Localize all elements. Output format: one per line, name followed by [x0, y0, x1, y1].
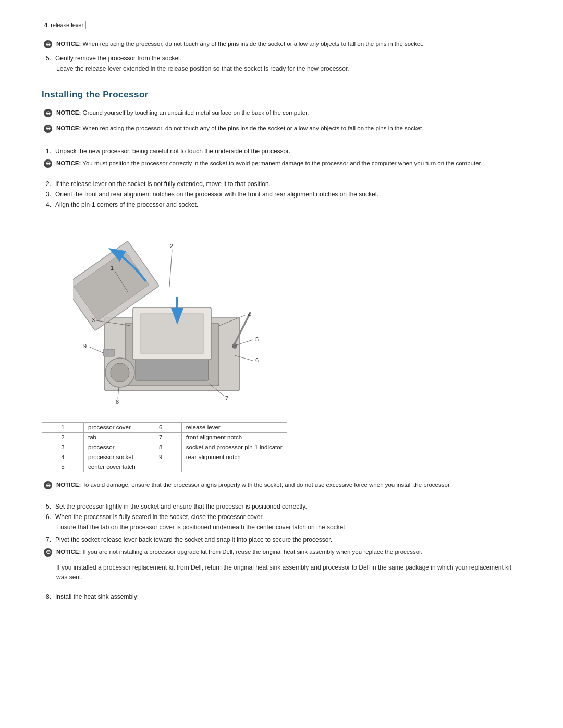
part-label-right: rear alignment notch [181, 452, 287, 462]
notice-label-1: NOTICE: [56, 41, 81, 47]
step-3-item: 3. Orient the front and rear alignment n… [42, 191, 521, 198]
notice-label-4: NOTICE: [56, 160, 81, 166]
step-5-item: 5. Gently remove the processor from the … [42, 55, 521, 74]
part-label-right: release lever [181, 423, 287, 433]
notice-content-1: When replacing the processor, do not tou… [82, 41, 423, 47]
step-6-text: When the processor is fully seated in th… [55, 513, 264, 521]
processor-diagram: 1 2 3 4 5 6 7 8 9 [73, 219, 271, 412]
sub-7-text: If you installed a processor replacement… [56, 563, 521, 583]
step-4-text: Align the pin-1 corners of the processor… [55, 201, 198, 208]
svg-line-28 [89, 347, 104, 353]
part-num-right [140, 462, 181, 472]
notice-block-6: ⊖ NOTICE: If you are not installing a pr… [42, 548, 521, 557]
svg-point-11 [111, 363, 129, 382]
svg-text:4: 4 [248, 312, 251, 318]
table-row: 1processor cover6release lever [42, 423, 287, 433]
svg-text:8: 8 [116, 399, 119, 405]
svg-text:5: 5 [255, 336, 259, 342]
step-4-num: 4. [46, 201, 51, 208]
section-heading-installing: Installing the Processor [42, 90, 521, 100]
notice-block-5: ⊖ NOTICE: To avoid damage, ensure that t… [42, 480, 521, 489]
step-6-item: 6. When the processor is fully seated in… [42, 513, 521, 533]
svg-text:3: 3 [92, 317, 95, 323]
step-2-text: If the release lever on the socket is no… [55, 180, 271, 188]
step-5b-num: 5. [46, 503, 51, 510]
notice-content-5: To avoid damage, ensure that the process… [82, 482, 451, 488]
notice-text-2: NOTICE: Ground yourself by touching an u… [56, 108, 309, 117]
notice-text-3: NOTICE: When replacing the processor, do… [56, 124, 423, 133]
step-2-num: 2. [46, 180, 51, 188]
notice-block-1: ⊖ NOTICE: When replacing the processor, … [42, 40, 521, 48]
notice-text-4: NOTICE: You must position the processor … [56, 159, 482, 168]
step-5-text: Gently remove the processor from the soc… [55, 55, 182, 62]
notice-icon-3: ⊖ [44, 125, 52, 133]
part-label-left: center cover latch [84, 462, 140, 472]
svg-point-8 [232, 343, 237, 349]
label-text: release lever [51, 22, 83, 28]
notice-content-2: Ground yourself by touching an unpainted… [82, 109, 309, 116]
notice-icon-4: ⊖ [44, 159, 52, 168]
part-num-right: 7 [140, 433, 181, 442]
notice-label-3: NOTICE: [56, 125, 81, 131]
notice-icon-6: ⊖ [44, 548, 52, 557]
svg-text:1: 1 [111, 265, 114, 271]
notice-content-4: You must position the processor correctl… [82, 160, 482, 166]
table-row: 4processor socket9rear alignment notch [42, 452, 287, 462]
step-6-subtext: Ensure that the tab on the processor cov… [56, 523, 521, 533]
part-num-left: 3 [42, 442, 84, 452]
notice-block-3: ⊖ NOTICE: When replacing the processor, … [42, 124, 521, 133]
svg-rect-4 [141, 314, 203, 353]
label-num: 4 [44, 22, 47, 28]
part-label-left: tab [84, 433, 140, 442]
notice-text-6: NOTICE: If you are not installing a proc… [56, 548, 423, 557]
notice-content-3: When replacing the processor, do not tou… [82, 125, 423, 131]
svg-text:6: 6 [255, 357, 259, 363]
part-num-right: 6 [140, 423, 181, 433]
step-7-text: Pivot the socket release lever back towa… [55, 536, 332, 544]
table-row: 5center cover latch [42, 462, 287, 472]
part-num-left: 2 [42, 433, 84, 442]
step-6-num: 6. [46, 513, 51, 521]
notice-text-1: NOTICE: When replacing the processor, do… [56, 40, 423, 48]
part-label-left: processor cover [84, 423, 140, 433]
step-5-subtext: Leave the release lever extended in the … [56, 64, 521, 74]
notice-label-5: NOTICE: [56, 482, 81, 488]
svg-rect-9 [103, 349, 115, 356]
parts-table: 1processor cover6release lever2tab7front… [42, 422, 287, 472]
step-1-num: 1. [46, 147, 51, 155]
svg-text:9: 9 [83, 343, 87, 349]
notice-icon-2: ⊖ [44, 109, 52, 117]
step-2-item: 2. If the release lever on the socket is… [42, 180, 521, 188]
part-label-right [181, 462, 287, 472]
part-num-left: 1 [42, 423, 84, 433]
step-1-text: Unpack the new processor, being careful … [55, 147, 290, 155]
svg-line-14 [169, 250, 172, 287]
processor-svg: 1 2 3 4 5 6 7 8 9 [73, 219, 271, 412]
step-3-text: Orient the front and rear alignment notc… [55, 191, 378, 198]
table-row: 2tab7front alignment notch [42, 433, 287, 442]
part-num-left: 5 [42, 462, 84, 472]
step-7-item: 7. Pivot the socket release lever back t… [42, 536, 521, 544]
step-3-num: 3. [46, 191, 51, 198]
notice-block-4: ⊖ NOTICE: You must position the processo… [42, 159, 521, 168]
svg-text:7: 7 [225, 395, 228, 401]
notice-content-6: If you are not installing a processor up… [82, 549, 422, 555]
step-5-num: 5. [46, 55, 51, 62]
notice-text-5: NOTICE: To avoid damage, ensure that the… [56, 480, 451, 489]
part-label-right: front alignment notch [181, 433, 287, 442]
part-num-right: 9 [140, 452, 181, 462]
step-5b-text: Set the processor lightly in the socket … [55, 503, 307, 510]
notice-icon-5: ⊖ [44, 481, 52, 489]
notice-icon-1: ⊖ [44, 40, 52, 48]
step-4-item: 4. Align the pin-1 corners of the proces… [42, 201, 521, 208]
table-row: 3processor8socket and processor pin-1 in… [42, 442, 287, 452]
part-label-left: processor [84, 442, 140, 452]
part-num-left: 4 [42, 452, 84, 462]
step-8-item: 8. Install the heat sink assembly: [42, 593, 521, 600]
part-label-left: processor socket [84, 452, 140, 462]
step-8-text: Install the heat sink assembly: [55, 593, 139, 600]
part-label-right: socket and processor pin-1 indicator [181, 442, 287, 452]
svg-text:2: 2 [170, 243, 173, 249]
step-5b-item: 5. Set the processor lightly in the sock… [42, 503, 521, 510]
notice-label-6: NOTICE: [56, 549, 81, 555]
